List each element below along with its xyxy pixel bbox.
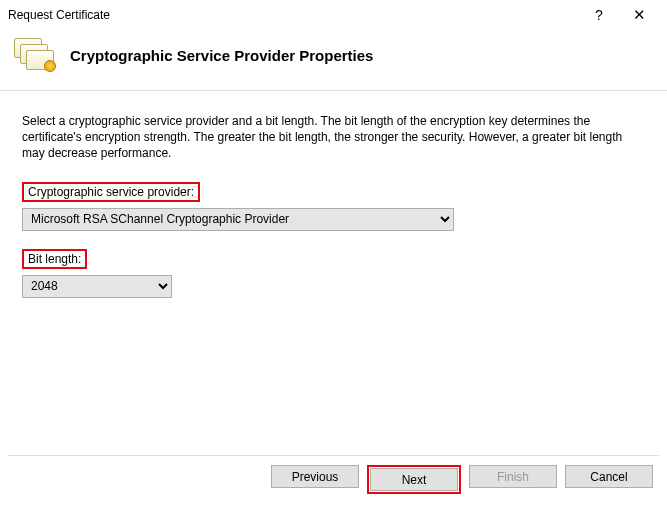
description-text: Select a cryptographic service provider … (22, 113, 645, 162)
csp-label: Cryptographic service provider: (22, 182, 200, 202)
window-title: Request Certificate (8, 8, 579, 22)
titlebar: Request Certificate ? ✕ (0, 0, 667, 30)
finish-button[interactable]: Finish (469, 465, 557, 488)
bitlength-select[interactable]: 2048 (22, 275, 172, 298)
content-area: Select a cryptographic service provider … (0, 91, 667, 298)
next-button[interactable]: Next (370, 468, 458, 491)
wizard-footer: Previous Next Finish Cancel (0, 455, 667, 508)
close-button[interactable]: ✕ (619, 6, 659, 24)
bitlength-label: Bit length: (22, 249, 87, 269)
next-button-highlight: Next (367, 465, 461, 494)
csp-select[interactable]: Microsoft RSA SChannel Cryptographic Pro… (22, 208, 454, 231)
help-button[interactable]: ? (579, 7, 619, 23)
previous-button[interactable]: Previous (271, 465, 359, 488)
wizard-header: Cryptographic Service Provider Propertie… (0, 30, 667, 90)
certificate-icon (14, 38, 54, 72)
page-heading: Cryptographic Service Provider Propertie… (70, 47, 373, 64)
cancel-button[interactable]: Cancel (565, 465, 653, 488)
